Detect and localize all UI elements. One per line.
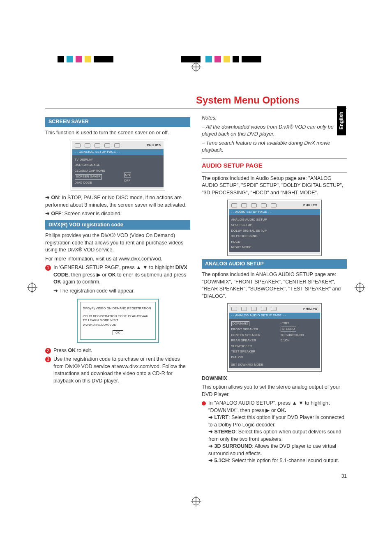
dm-stereo: STEREO: Select this option when output d… <box>208 428 347 443</box>
note-2: – Time search feature is not available d… <box>202 140 347 154</box>
menu-audio-setup: PHILIPS - - AUDIO SETUP PAGE - - ANALOG … <box>227 200 322 256</box>
dm-51: 5.1CH: Select this option for 5.1-channe… <box>208 457 347 465</box>
analog-audio-desc: The options included in ANALOG AUDIO SET… <box>202 271 347 300</box>
step-2: 2 Press OK to exit. <box>45 347 190 355</box>
step1-text-d: again to confirm. <box>61 279 101 285</box>
dm-intro-a: In "ANALOG AUDIO SETUP", press ▲ ▼ to hi… <box>208 400 330 413</box>
right-column: Notes: – All the downloaded videos from … <box>202 115 347 480</box>
exit-icon <box>114 143 120 147</box>
menu-option: 5.1CH <box>281 339 318 343</box>
menu-option-selected: STEREO <box>281 327 296 332</box>
downmix-bullet: In "ANALOG AUDIO SETUP", press ▲ ▼ to hi… <box>202 400 347 465</box>
on-label: ON <box>51 195 59 200</box>
crosshair-right <box>356 283 364 292</box>
crosshair-top <box>192 63 200 71</box>
step1-text-c: to ener its submenu and press <box>116 272 187 278</box>
audio-setup-desc: The options included in Audio Setup page… <box>202 175 347 197</box>
divx-line3: TO LEARN MORE VISIT WWW.DIVX.COM/VOD <box>83 318 153 327</box>
step1-text-b: , then press ▶ or <box>68 272 108 278</box>
step1-text-a: In 'GENERAL SETUP PAGE', press ▲ ▼ to hi… <box>53 265 175 270</box>
menu-item: SPDIF SETUP <box>231 223 318 228</box>
step-number-3: 3 <box>45 357 51 362</box>
menu-item: OSD LANGUAGE <box>75 163 121 168</box>
exit-icon <box>271 307 277 311</box>
menu-item: ANALOG AUDIO SETUP <box>231 218 318 222</box>
bullet-icon <box>202 401 206 405</box>
left-column: SCREEN SAVER This function is used to tu… <box>45 115 190 480</box>
analog-audio-heading: ANALOG AUDIO SETUP <box>202 259 347 269</box>
menu-item-selected: SCREEN SAVER <box>75 174 102 180</box>
step2-b: to exit. <box>76 348 92 353</box>
menu-option: LT/RT <box>281 321 318 326</box>
menu-item-selected: DOWNMIX <box>231 321 249 327</box>
menu-footer-line: SET DOWNMIX MODE <box>229 362 320 368</box>
menu-item: TEST SPEAKER <box>231 350 277 354</box>
note-1: – All the downloaded videos from DivX® V… <box>202 124 347 138</box>
ltrt-label: LT/RT <box>214 415 228 420</box>
audio-icon <box>85 143 90 147</box>
step3-text: Use the registration code to purchase or… <box>53 356 190 385</box>
brand-label: PHILIPS <box>147 143 161 147</box>
page-number: 31 <box>202 473 347 480</box>
screen-saver-off: OFF: Screen saver is disabled. <box>45 210 190 218</box>
video-icon <box>251 307 257 311</box>
menu-option: OFF <box>124 179 161 183</box>
brand-label: PHILIPS <box>303 203 318 207</box>
menu-item: NIGHT MODE <box>231 245 318 250</box>
menu-title: - - ANALOG AUDIO SETUP PAGE - - <box>229 313 320 319</box>
settings-icon <box>75 143 81 147</box>
menu-item: CENTER SPEAKER <box>231 333 277 338</box>
on-text: : In STOP, PAUSE or No DISC mode, if no … <box>45 195 187 208</box>
step2-a: Press <box>53 348 68 353</box>
downmix-desc: This option allows you to set the stereo… <box>202 384 347 398</box>
divx-p1: Philips provides you the DivX® VOD (Vide… <box>45 232 190 254</box>
step-number-1: 1 <box>45 265 51 271</box>
page-title: System Menu Options <box>196 94 347 106</box>
dm-intro-ok: OK. <box>277 408 286 413</box>
grid-icon <box>261 203 267 207</box>
menu-option-selected: ON <box>124 173 131 178</box>
downmix-heading: DOWNMIX <box>202 375 347 382</box>
screen-saver-desc: This function is used to turn the screen… <box>45 129 190 137</box>
video-icon <box>95 143 100 147</box>
settings-icon <box>231 307 237 311</box>
brand-label: PHILIPS <box>303 306 318 311</box>
menu-title: - - GENERAL SETUP PAGE - - <box>72 149 164 155</box>
ltrt-text: : Select this option if your DVD Player … <box>208 415 344 428</box>
language-tab: English <box>337 106 346 135</box>
divx-ok-button: OK <box>113 330 123 335</box>
screen-saver-heading: SCREEN SAVER <box>45 117 190 127</box>
divx-heading: DIVX(R) VOD registration code <box>45 220 190 230</box>
divx-registration-box: DIVX(R) VIDEO ON DEMAND REGISTRATION YOU… <box>77 299 159 343</box>
audio-setup-heading: AUDIO SETUP PAGE <box>202 158 347 173</box>
title-rule <box>45 108 347 109</box>
menu-item: DIVX CODE <box>75 181 121 185</box>
menu-item: HDCD <box>231 240 318 244</box>
video-icon <box>251 203 257 207</box>
51-text: : Select this option for 5.1-channel sou… <box>229 458 339 463</box>
off-text: : Screen saver is disabled. <box>61 211 122 216</box>
audio-icon <box>241 203 247 207</box>
dm-3d: 3D SURROUND: Allows the DVD player to us… <box>208 443 347 457</box>
audio-icon <box>241 307 247 311</box>
step1-ok2: OK <box>53 279 61 285</box>
stereo-label: STEREO <box>214 429 235 435</box>
3d-label: 3D SURROUND <box>214 443 252 449</box>
crosshair-left <box>28 283 36 292</box>
menu-item: 3D PROCESSING <box>231 234 318 239</box>
step2-ok: OK <box>68 348 76 353</box>
menu-option: 3D SURROUND <box>281 333 318 338</box>
crosshair-bottom <box>192 497 200 505</box>
menu-analog-audio: PHILIPS - - ANALOG AUDIO SETUP PAGE - - … <box>227 303 322 372</box>
notes-label: Notes: <box>202 115 347 122</box>
divx-line2: YOUR REGISTRATION CODE IS:AHJSF4A6 <box>83 314 153 319</box>
menu-item: DIALOG <box>231 355 277 360</box>
grid-icon <box>104 143 110 147</box>
step1-result: The registration code will appear. <box>53 288 190 295</box>
settings-icon <box>231 203 237 207</box>
menu-item: FRONT SPEAKER <box>231 327 277 332</box>
menu-item: REAR SPEAKER <box>231 339 277 343</box>
dm-ltrt: LT/RT: Select this option if your DVD Pl… <box>208 414 347 428</box>
off-label: OFF <box>51 211 61 216</box>
step-1: 1 In 'GENERAL SETUP PAGE', press ▲ ▼ to … <box>45 264 190 295</box>
